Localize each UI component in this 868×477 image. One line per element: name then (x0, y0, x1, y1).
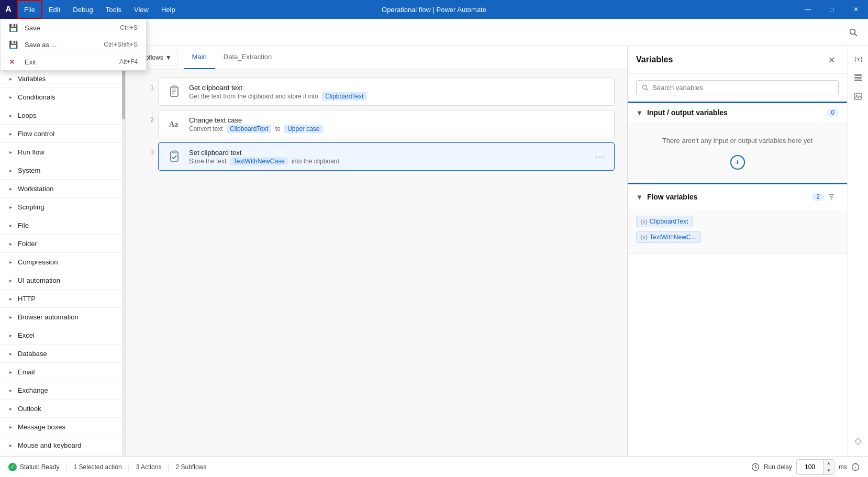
step-card-2[interactable]: Aa Change text case Convert text Clipboa… (158, 110, 615, 138)
menu-bar: File Edit Debug Tools View Help (17, 0, 182, 19)
tab-main[interactable]: Main (184, 46, 215, 69)
clipboard-set-icon (166, 148, 183, 165)
text-case-icon: Aa (166, 116, 183, 132)
sidebar-item-workstation[interactable]: ▸ Workstation (0, 180, 125, 198)
maximize-button[interactable]: □ (820, 0, 844, 19)
menu-help[interactable]: Help (155, 0, 182, 19)
chevron-icon: ▸ (6, 111, 15, 119)
sidebar-item-run-flow[interactable]: ▸ Run flow (0, 143, 125, 161)
svg-rect-21 (854, 74, 862, 76)
io-section-chevron-icon: ▼ (636, 109, 643, 117)
spin-up-button[interactable]: ▲ (824, 460, 834, 467)
erase-icon (853, 437, 863, 446)
menu-debug[interactable]: Debug (66, 0, 99, 19)
svg-line-6 (855, 34, 858, 36)
add-variable-button[interactable]: + (730, 155, 745, 170)
sidebar-item-outlook[interactable]: ▸ Outlook (0, 400, 125, 418)
close-button[interactable]: ✕ (844, 0, 868, 19)
spin-down-button[interactable]: ▼ (824, 467, 834, 474)
chevron-icon: ▸ (6, 294, 15, 303)
sidebar-item-message-boxes[interactable]: ▸ Message boxes (0, 418, 125, 436)
search-button[interactable] (845, 24, 862, 41)
table-row: 2 Aa Change text case Convert text Clipb… (138, 110, 615, 138)
tabs-bar: Subflows ▼ Main Data_Extraction (126, 46, 627, 69)
erase-button[interactable] (850, 433, 866, 450)
variables-panel-title: Variables (636, 55, 824, 64)
sidebar-item-flow-control[interactable]: ▸ Flow control (0, 125, 125, 143)
save-label: Save (25, 24, 120, 32)
menu-file[interactable]: File (17, 0, 42, 19)
flow-section-filter-button[interactable] (824, 190, 839, 204)
clock-icon (751, 463, 760, 471)
step-card-3[interactable]: Set clipboard text Store the text TextWi… (158, 142, 615, 171)
selected-actions-count: 1 Selected action (74, 463, 122, 471)
input-output-variables-section: ▼ Input / output variables 0 There aren'… (628, 102, 847, 179)
exit-menu-item[interactable]: ✕ Exit Alt+F4 (1, 53, 146, 70)
save-menu-item[interactable]: 💾 Save Ctrl+S (1, 19, 146, 36)
variable-chip-name-clipboard: ClipboardText (650, 218, 688, 225)
sidebar-scrollbar[interactable] (122, 46, 125, 456)
sidebar-item-file[interactable]: ▸ File (0, 216, 125, 235)
table-row: 3 Set clipboard text Store the text (138, 142, 615, 171)
menu-view[interactable]: View (128, 0, 155, 19)
sidebar-item-loops[interactable]: ▸ Loops (0, 106, 125, 125)
step-2-title: Change text case (189, 116, 607, 124)
sidebar-item-excel[interactable]: ▸ Excel (0, 326, 125, 345)
step-1-title: Get clipboard text (189, 84, 607, 92)
step-more-button[interactable]: ⋯ (593, 149, 607, 164)
run-delay-unit: ms (839, 463, 847, 471)
step-card-1[interactable]: Get clipboard text Get the text from the… (158, 77, 615, 106)
svg-line-29 (755, 467, 757, 468)
chevron-icon: ▸ (6, 258, 15, 266)
sidebar-item-scripting[interactable]: ▸ Scripting (0, 198, 125, 216)
sidebar-item-compression[interactable]: ▸ Compression (0, 253, 125, 271)
sidebar-item-email[interactable]: ▸ Email (0, 363, 125, 381)
sidebar-item-database[interactable]: ▸ Database (0, 345, 125, 363)
sidebar-item-folder[interactable]: ▸ Folder (0, 235, 125, 253)
input-output-section-header[interactable]: ▼ Input / output variables 0 (628, 103, 847, 122)
chevron-icon: ▸ (6, 441, 15, 449)
flow-variables-section: ▼ Flow variables 2 {x} ClipboardText (628, 183, 847, 254)
sidebar-item-conditionals[interactable]: ▸ Conditionals (0, 88, 125, 106)
run-delay-spinners: ▲ ▼ (823, 460, 834, 474)
layers-button[interactable] (850, 69, 866, 86)
chevron-icon: ▸ (6, 331, 15, 339)
app-logo: A (0, 0, 17, 19)
flow-variables-section-header[interactable]: ▼ Flow variables 2 (628, 184, 847, 209)
svg-rect-24 (854, 93, 862, 99)
chevron-icon: ▸ (6, 221, 15, 229)
image-icon (853, 92, 863, 101)
minimize-button[interactable]: — (796, 0, 820, 19)
variables-search-box (636, 80, 839, 95)
variables-panel-close-button[interactable]: ✕ (824, 52, 839, 67)
sidebar-item-variables[interactable]: ▸ Variables (0, 70, 125, 88)
sidebar-item-browser-automation[interactable]: ▸ Browser automation (0, 308, 125, 326)
variable-chip-textnewcase[interactable]: {x} TextWithNewC... (636, 231, 701, 243)
search-icon (849, 28, 858, 37)
variable-chip-clipboard[interactable]: {x} ClipboardText (636, 216, 693, 227)
sidebar-item-exchange[interactable]: ▸ Exchange (0, 381, 125, 400)
sidebar-item-ui-automation[interactable]: ▸ UI automation (0, 271, 125, 290)
svg-point-5 (850, 29, 855, 34)
menu-edit[interactable]: Edit (42, 0, 66, 19)
right-icon-bar: {x} (847, 46, 868, 456)
run-delay-section: Run delay ▲ ▼ ms i (751, 459, 860, 475)
run-delay-value-input[interactable] (797, 461, 823, 473)
sidebar-item-mouse-and-keyboard[interactable]: ▸ Mouse and keyboard (0, 436, 125, 454)
variables-panel-header: Variables ✕ (628, 46, 847, 74)
clipboard-text-tag-2: ClipboardText (227, 125, 271, 133)
variables-search-input[interactable] (652, 84, 833, 92)
run-delay-input-container: ▲ ▼ (796, 459, 834, 475)
chevron-icon: ▸ (6, 166, 15, 174)
menu-tools[interactable]: Tools (99, 0, 128, 19)
save-as-menu-item[interactable]: 💾 Save as ... Ctrl+Shift+S (1, 36, 146, 53)
sidebar-item-http[interactable]: ▸ HTTP (0, 290, 125, 308)
svg-point-15 (643, 85, 647, 89)
variables-panel-button[interactable]: {x} (850, 50, 866, 67)
svg-rect-13 (171, 152, 178, 161)
status-dot-icon: ✓ (8, 463, 17, 471)
flow-section-badge: 2 (812, 193, 824, 201)
sidebar-item-system[interactable]: ▸ System (0, 161, 125, 180)
tab-data-extraction[interactable]: Data_Extraction (215, 46, 281, 69)
image-button[interactable] (850, 88, 866, 105)
